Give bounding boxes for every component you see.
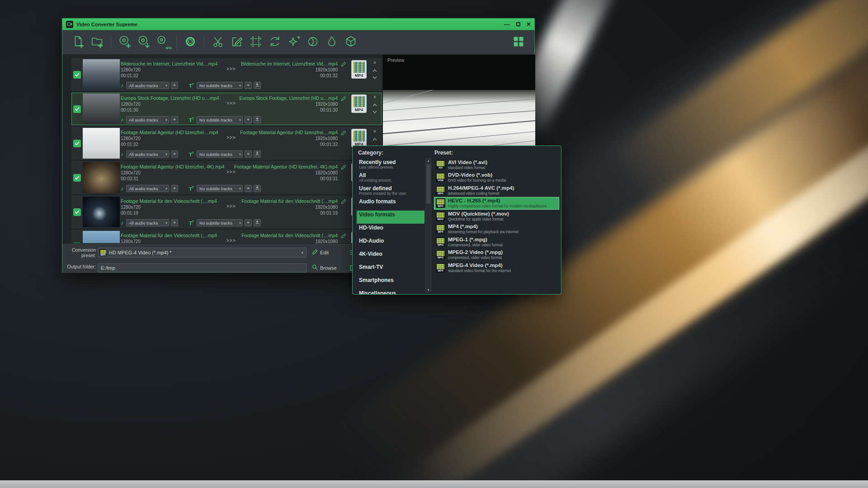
file-row[interactable]: Footage Material Agentur (HD lizenzfrei.…: [71, 127, 382, 160]
edit-button[interactable]: [227, 33, 246, 52]
file-checkbox[interactable]: [73, 105, 81, 113]
audio-track-select[interactable]: All audio tracks▾: [126, 82, 169, 89]
category-item[interactable]: Smart-TV: [357, 263, 425, 276]
crop-button[interactable]: [246, 33, 265, 52]
category-item[interactable]: 4K-Video: [357, 250, 425, 263]
format-badge[interactable]: MP4: [351, 94, 367, 113]
rename-icon[interactable]: [341, 61, 346, 69]
preset-item[interactable]: AVI AVI Video (*.avi) standard video for…: [434, 158, 559, 171]
file-row[interactable]: Footage Material Agentur (HD lizenzfrei,…: [71, 161, 382, 194]
category-item[interactable]: HD-Video: [357, 224, 425, 237]
category-item[interactable]: User defined Presets created by the user…: [357, 184, 425, 197]
file-row[interactable]: Footage Material für den Videoschnitt (.…: [71, 196, 382, 228]
move-up-button[interactable]: [371, 100, 378, 107]
subtitle-track-select[interactable]: No subtitle tracks▾: [197, 185, 243, 192]
category-item[interactable]: Video formats: [357, 211, 425, 224]
scroll-down-icon[interactable]: ▼: [426, 288, 431, 291]
rename-icon[interactable]: [341, 129, 346, 137]
rename-icon[interactable]: [341, 95, 346, 103]
import-subtitle-button[interactable]: [254, 150, 261, 158]
move-down-button[interactable]: [371, 73, 378, 80]
browse-button[interactable]: Browse: [312, 264, 337, 271]
rip-disc-button[interactable]: [134, 33, 153, 52]
edit-preset-button[interactable]: Edit: [312, 249, 329, 256]
category-item[interactable]: HD-Audio: [357, 237, 425, 250]
close-button[interactable]: ×: [527, 21, 531, 28]
subtitle-track-select[interactable]: No subtitle tracks▾: [197, 116, 243, 123]
add-file-button[interactable]: [69, 33, 88, 52]
load-ifo-button[interactable]: IFO: [153, 33, 172, 52]
add-audio-button[interactable]: +: [171, 116, 178, 123]
import-subtitle-button[interactable]: [254, 185, 261, 192]
import-subtitle-button[interactable]: [254, 219, 261, 226]
rename-icon[interactable]: [341, 232, 346, 240]
conversion-preset-select[interactable]: MP4 HD MPEG-4 Video (*.mp4) * ▾: [98, 248, 307, 258]
rotate-button[interactable]: [265, 33, 284, 52]
maximize-button[interactable]: [516, 21, 520, 27]
file-row[interactable]: Europa Stock Footage, Lizenzfrei (HD u..…: [71, 93, 382, 125]
audio-track-select[interactable]: All audio tracks▾: [126, 150, 169, 158]
file-checkbox[interactable]: [73, 174, 81, 182]
add-audio-button[interactable]: +: [171, 219, 178, 226]
category-item[interactable]: Smartphones: [357, 276, 425, 289]
move-up-button[interactable]: [371, 66, 378, 73]
taskbar[interactable]: [0, 480, 868, 488]
add-audio-button[interactable]: +: [171, 82, 178, 89]
add-subtitle-button[interactable]: +: [245, 82, 252, 89]
output-folder-input[interactable]: [98, 263, 307, 272]
preset-item[interactable]: MPG MPEG-2 Video (*.mpg) compressed, old…: [434, 249, 559, 262]
scroll-up-icon[interactable]: ▲: [426, 159, 431, 162]
minimize-button[interactable]: —: [504, 21, 510, 27]
load-disc-button[interactable]: [115, 33, 134, 52]
file-row[interactable]: Bildersuche im Internet, Lizenzfreie Vid…: [71, 58, 382, 91]
file-checkbox[interactable]: [73, 140, 81, 147]
category-item[interactable]: Audio formats: [357, 197, 425, 211]
subtitle-track-select[interactable]: No subtitle tracks▾: [197, 219, 243, 226]
category-item[interactable]: Miscellaneous: [357, 289, 425, 294]
preset-item[interactable]: MPG MPEG-1 (*.mpg) Compressed, older vid…: [434, 235, 559, 249]
format-badge[interactable]: MP4: [351, 60, 367, 79]
import-subtitle-button[interactable]: [254, 116, 261, 123]
add-folder-button[interactable]: [88, 33, 107, 52]
add-subtitle-button[interactable]: +: [245, 116, 252, 123]
droplet-button[interactable]: [322, 33, 341, 52]
category-scrollbar[interactable]: ▲ ▼: [425, 158, 431, 292]
import-subtitle-button[interactable]: [254, 82, 261, 89]
effects-button[interactable]: [284, 33, 303, 52]
cut-button[interactable]: [208, 33, 227, 52]
category-item[interactable]: All All existing presets.: [357, 171, 425, 184]
rename-icon[interactable]: [341, 198, 346, 206]
move-up-button[interactable]: [371, 135, 378, 141]
subtitle-track-select[interactable]: No subtitle tracks▾: [197, 82, 243, 89]
add-subtitle-button[interactable]: +: [245, 185, 252, 192]
remove-file-button[interactable]: ×: [371, 94, 378, 100]
category-item[interactable]: Recently used Last utilized presets.: [357, 158, 425, 171]
file-checkbox[interactable]: [73, 71, 81, 79]
preset-item[interactable]: VOB DVD-Video (*.vob) DVD video for burn…: [434, 171, 559, 184]
file-row[interactable]: Footage Material für den Videoschnitt (.…: [71, 230, 382, 243]
titlebar[interactable]: Video Converter Supreme — ×: [62, 19, 534, 30]
cube-3d-button[interactable]: [341, 33, 360, 52]
preset-item[interactable]: MP4 HEVC - H.265 (*.mp4) Highly compress…: [434, 197, 559, 210]
add-audio-button[interactable]: +: [171, 185, 178, 192]
preset-item[interactable]: MP4 H.264/MPEG-4 AVC (*.mp4) advanced vi…: [434, 184, 559, 197]
settings-button[interactable]: [181, 33, 200, 52]
add-subtitle-button[interactable]: +: [245, 150, 252, 158]
add-subtitle-button[interactable]: +: [245, 219, 252, 226]
move-down-button[interactable]: [371, 107, 378, 114]
preset-item[interactable]: MP4 MPEG-4 Video (*.mp4) standard video …: [434, 261, 559, 274]
remove-file-button[interactable]: ×: [371, 60, 378, 66]
contrast-button[interactable]: [303, 33, 322, 52]
preset-item[interactable]: MOV MOV (Quicktime) (*.mov) Quicktime fo…: [434, 210, 559, 223]
audio-track-select[interactable]: All audio tracks▾: [126, 185, 169, 192]
audio-track-select[interactable]: All audio tracks▾: [126, 116, 169, 123]
view-grid-button[interactable]: [509, 33, 528, 52]
file-checkbox[interactable]: [73, 208, 81, 216]
format-badge[interactable]: MP4: [351, 129, 367, 147]
subtitle-track-select[interactable]: No subtitle tracks▾: [197, 150, 243, 158]
audio-track-select[interactable]: All audio tracks▾: [126, 219, 169, 226]
add-audio-button[interactable]: +: [171, 150, 178, 158]
remove-file-button[interactable]: ×: [371, 128, 378, 135]
rename-icon[interactable]: [341, 164, 346, 172]
preset-item[interactable]: MP4 MP4 (*.mp4) streaming format for pla…: [434, 223, 559, 236]
